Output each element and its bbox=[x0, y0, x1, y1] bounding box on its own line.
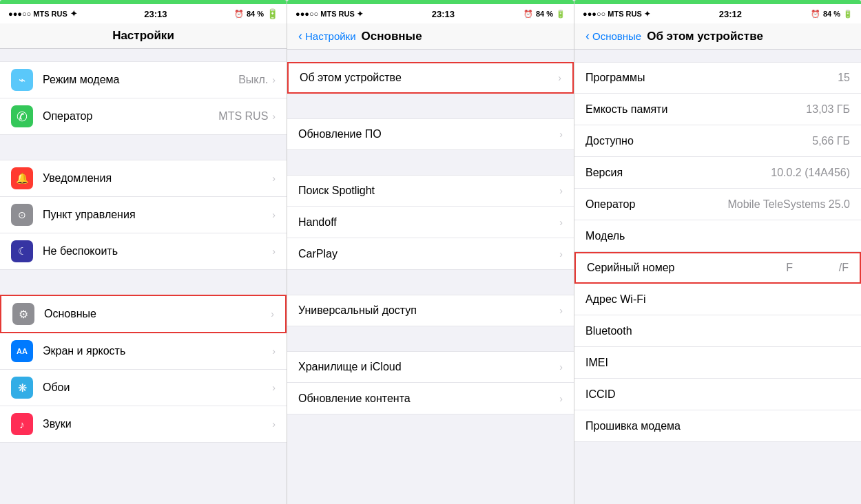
signal-text-1: ●●●○○ MTS RUS bbox=[8, 10, 68, 18]
chevron-sounds: › bbox=[272, 419, 276, 430]
battery-text-3: 84 % bbox=[823, 10, 840, 18]
label-accessibility: Универсальный доступ bbox=[298, 304, 559, 317]
battery-icon-1: 🔋 bbox=[267, 8, 278, 19]
row-available: Доступно 5,66 ГБ bbox=[574, 125, 861, 157]
label-spotlight: Поиск Spotlight bbox=[298, 185, 559, 197]
row-modem[interactable]: ⌁ Режим модема Выкл. › bbox=[0, 61, 287, 98]
row-do-not-disturb[interactable]: ☾ Не беспокоить › bbox=[0, 233, 287, 270]
icon-general: ⚙ bbox=[12, 303, 34, 325]
row-wallpaper[interactable]: ❋ Обои › bbox=[0, 370, 287, 406]
row-iccid: ICCID bbox=[574, 379, 861, 410]
section-1-3: ⚙ Основные › AA Экран и яркость › ❋ Обои… bbox=[0, 295, 287, 443]
label-notifications: Уведомления bbox=[43, 172, 272, 185]
row-about[interactable]: Об этом устройстве › bbox=[287, 62, 574, 94]
icon-operator: ✆ bbox=[11, 105, 33, 127]
section-1-2: 🔔 Уведомления › ⊙ Пункт управления › ☾ Н… bbox=[0, 160, 287, 270]
section-2-2: Обновление ПО › bbox=[287, 118, 574, 150]
battery-text-2: 84 % bbox=[536, 10, 553, 18]
back-button-3[interactable]: ‹ Основные bbox=[585, 29, 641, 43]
settings-list-1: ⌁ Режим модема Выкл. › ✆ Оператор MTS RU… bbox=[0, 49, 287, 504]
chevron-operator: › bbox=[272, 111, 276, 122]
row-update[interactable]: Обновление ПО › bbox=[287, 118, 574, 150]
label-do-not-disturb: Не беспокоить bbox=[43, 245, 272, 258]
current-title-2: Основные bbox=[362, 30, 422, 43]
battery-text-1: 84 % bbox=[247, 10, 264, 18]
label-handoff: Handoff bbox=[298, 216, 559, 229]
row-apps: Программы 15 bbox=[574, 62, 861, 94]
status-bar-3: ●●●○○ MTS RUS ✦ 23:12 ⏰ 84 % 🔋 bbox=[574, 4, 861, 23]
nav-title-1: Настройки bbox=[112, 29, 174, 42]
row-serial: Серийный номер F /F bbox=[574, 252, 861, 284]
row-content-update[interactable]: Обновление контента › bbox=[287, 383, 574, 414]
value-version: 10.0.2 (14A456) bbox=[771, 167, 850, 179]
value-serial: F /F bbox=[786, 262, 849, 274]
gap bbox=[0, 270, 287, 295]
status-time-1: 23:13 bbox=[144, 9, 167, 19]
row-accessibility[interactable]: Универсальный доступ › bbox=[287, 295, 574, 326]
row-spotlight[interactable]: Поиск Spotlight › bbox=[287, 175, 574, 207]
label-model: Модель bbox=[585, 230, 850, 242]
back-button-2[interactable]: ‹ Настройки bbox=[298, 29, 356, 43]
status-time-3: 23:12 bbox=[719, 9, 742, 19]
value-modem: Выкл. bbox=[238, 74, 268, 86]
row-operator[interactable]: ✆ Оператор MTS RUS › bbox=[0, 98, 287, 135]
value-carrier: Mobile TeleSystems 25.0 bbox=[727, 198, 850, 211]
row-modem-firmware: Прошивка модема bbox=[574, 410, 861, 442]
status-left-3: ●●●○○ MTS RUS ✦ bbox=[583, 10, 650, 19]
chevron-about: › bbox=[558, 72, 561, 83]
label-update: Обновление ПО bbox=[298, 128, 559, 140]
back-chevron-3: ‹ bbox=[585, 29, 590, 43]
label-operator: Оператор bbox=[43, 110, 218, 123]
label-capacity: Емкость памяти bbox=[585, 103, 806, 116]
nav-bar-1: Настройки bbox=[0, 23, 287, 49]
chevron-control-center: › bbox=[272, 209, 276, 220]
wifi-icon-1: ✦ bbox=[70, 9, 77, 19]
settings-list-2: Об этом устройстве › Обновление ПО › Пои… bbox=[287, 50, 574, 504]
row-general[interactable]: ⚙ Основные › bbox=[0, 295, 287, 333]
row-handoff[interactable]: Handoff › bbox=[287, 207, 574, 238]
alarm-icon-3: ⏰ bbox=[811, 10, 820, 19]
chevron-spotlight: › bbox=[559, 185, 563, 196]
battery-icon-2: 🔋 bbox=[556, 10, 566, 19]
row-imei: IMEI bbox=[574, 347, 861, 379]
gap bbox=[287, 94, 574, 118]
label-about: Об этом устройстве bbox=[300, 72, 558, 84]
label-carplay: CarPlay bbox=[298, 248, 559, 260]
label-wifi: Адрес Wi-Fi bbox=[585, 293, 850, 306]
chevron-accessibility: › bbox=[559, 305, 563, 316]
section-2-5: Хранилище и iCloud › Обновление контента… bbox=[287, 351, 574, 414]
label-imei: IMEI bbox=[585, 357, 850, 369]
info-section: Программы 15 Емкость памяти 13,03 ГБ Дос… bbox=[574, 62, 861, 442]
row-display[interactable]: AA Экран и яркость › bbox=[0, 333, 287, 370]
label-version: Версия bbox=[585, 167, 771, 179]
row-notifications[interactable]: 🔔 Уведомления › bbox=[0, 160, 287, 197]
chevron-wallpaper: › bbox=[272, 382, 276, 393]
row-sounds[interactable]: ♪ Звуки › bbox=[0, 406, 287, 443]
label-serial: Серийный номер bbox=[587, 262, 786, 274]
gap bbox=[0, 49, 287, 61]
row-storage[interactable]: Хранилище и iCloud › bbox=[287, 351, 574, 383]
row-model: Модель bbox=[574, 220, 861, 252]
battery-icon-3: 🔋 bbox=[843, 10, 853, 19]
chevron-carplay: › bbox=[559, 249, 563, 260]
label-modem-firmware: Прошивка модема bbox=[585, 420, 850, 432]
icon-display: AA bbox=[11, 340, 33, 362]
label-available: Доступно bbox=[585, 135, 812, 147]
chevron-content-update: › bbox=[559, 393, 563, 404]
section-2-3: Поиск Spotlight › Handoff › CarPlay › bbox=[287, 175, 574, 270]
row-carplay[interactable]: CarPlay › bbox=[287, 238, 574, 270]
back-label-3: Основные bbox=[592, 30, 641, 42]
chevron-update: › bbox=[559, 129, 563, 140]
gap bbox=[287, 150, 574, 175]
chevron-notifications: › bbox=[272, 173, 276, 184]
status-time-2: 23:13 bbox=[432, 9, 455, 19]
chevron-display: › bbox=[272, 346, 276, 357]
chevron-modem: › bbox=[272, 74, 276, 85]
label-iccid: ICCID bbox=[585, 388, 850, 401]
gap bbox=[287, 270, 574, 295]
panel-about: ●●●○○ MTS RUS ✦ 23:12 ⏰ 84 % 🔋 ‹ Основны… bbox=[574, 0, 861, 504]
label-control-center: Пункт управления bbox=[43, 209, 272, 221]
icon-sounds: ♪ bbox=[11, 413, 33, 435]
row-control-center[interactable]: ⊙ Пункт управления › bbox=[0, 197, 287, 233]
label-wallpaper: Обои bbox=[43, 381, 272, 394]
